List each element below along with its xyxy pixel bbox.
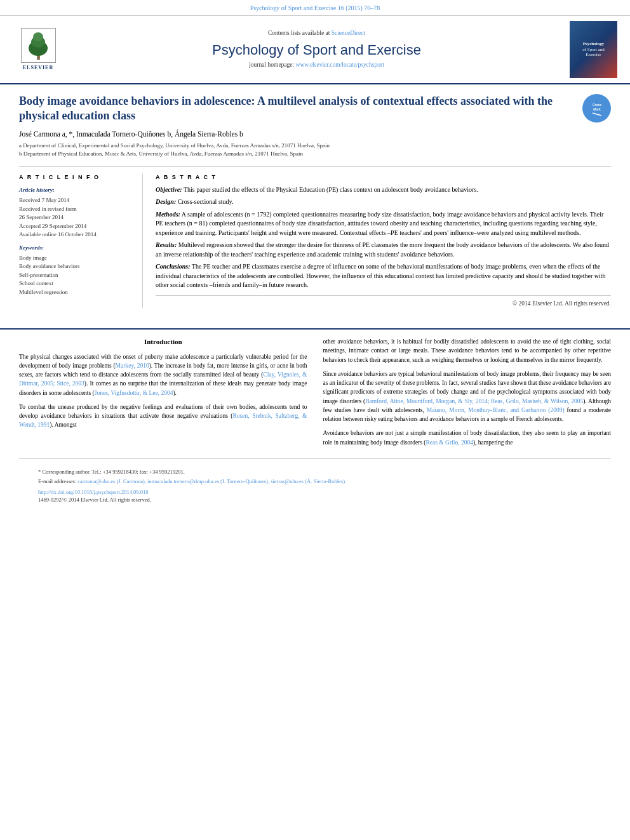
journal-citation: Psychology of Sport and Exercise 16 (201…: [250, 4, 380, 11]
keyword-3: Self-presentation: [19, 271, 133, 279]
keyword-2: Body avoidance behaviors: [19, 262, 133, 270]
design-label: Design:: [156, 198, 176, 205]
history-label: Article history:: [19, 186, 133, 194]
ref-markey[interactable]: Markey, 2010: [116, 363, 149, 369]
keyword-4: School context: [19, 279, 133, 288]
history-revised-label: Received in revised form: [19, 205, 133, 213]
abstract-design: Design: Cross-sectional study.: [156, 197, 611, 207]
contents-line: Contents lists available at ScienceDirec…: [64, 29, 570, 37]
elsevier-logo: ELSEVIER: [13, 28, 64, 71]
article-title-text: Body image avoidance behaviors in adoles…: [19, 95, 553, 122]
right-content-column: other avoidance behaviors, it is habitua…: [323, 337, 612, 452]
methods-text: A sample of adolescents (n = 1792) compl…: [156, 211, 603, 236]
history-accepted: Accepted 29 September 2014: [19, 222, 133, 230]
journal-header: ELSEVIER Contents lists available at Sci…: [0, 16, 630, 84]
email-label: E-mail addresses:: [38, 478, 76, 484]
right-paragraph-3: Avoidance behaviors are not just a simpl…: [323, 429, 612, 447]
article-body: Body image avoidance behaviors in adoles…: [0, 84, 630, 321]
svg-point-3: [33, 32, 43, 41]
journal-homepage-link[interactable]: www.elsevier.com/locate/psychsport: [296, 62, 384, 68]
footer-area: * Corresponding author. Tel.: +34 959218…: [19, 458, 611, 510]
history-received: Received 7 May 2014: [19, 196, 133, 204]
elsevier-tree-icon: [21, 28, 56, 63]
history-revised-date: 26 September 2014: [19, 213, 133, 222]
keyword-5: Multilevel regression: [19, 288, 133, 297]
results-text: Multilevel regression showed that the st…: [156, 241, 609, 258]
footnote-emails: E-mail addresses: carmona@uhu.es (J. Car…: [38, 478, 592, 486]
journal-homepage: journal homepage: www.elsevier.com/locat…: [64, 61, 570, 69]
email-values[interactable]: carmona@uhu.es (J. Carmona), inmaculada.…: [77, 478, 346, 484]
methods-label: Methods:: [156, 211, 180, 218]
abstract-conclusions: Conclusions: The PE teacher and PE class…: [156, 262, 611, 290]
section-divider: [0, 328, 630, 330]
abstract-heading: A B S T R A C T: [156, 173, 611, 182]
article-info-heading: A R T I C L E I N F O: [19, 173, 133, 182]
ref-reas-grilo[interactable]: Reas & Grilo, 2004: [426, 439, 473, 446]
footnote-star: * Corresponding author. Tel.: +34 959218…: [38, 469, 592, 476]
right-paragraph-2: Since avoidance behaviors are typical be…: [323, 370, 612, 424]
conclusions-text: The PE teacher and PE classmates exercis…: [156, 263, 606, 288]
ref-maiano[interactable]: Maïano, Morin, Monthuy-Blanc, and Garbar…: [427, 407, 565, 413]
abstract-column: A B S T R A C T Objective: This paper st…: [156, 173, 611, 308]
journal-citation-bar: Psychology of Sport and Exercise 16 (201…: [0, 0, 630, 16]
crossmark-badge[interactable]: Cross Mark: [582, 94, 611, 123]
copyright-line: © 2014 Elsevier Ltd. All rights reserved…: [156, 295, 611, 308]
footer-doi[interactable]: http://dx.doi.org/10.1016/j.psychsport.2…: [38, 489, 592, 497]
authors-text: José Carmona a, *, Inmaculada Tornero-Qu…: [19, 130, 243, 138]
article-info-column: A R T I C L E I N F O Article history: R…: [19, 173, 143, 308]
abstract-section: A B S T R A C T Objective: This paper st…: [156, 173, 611, 290]
ref-clay[interactable]: Clay, Vignoles, & Dittmar, 2005; Stice, …: [19, 371, 307, 387]
sciencedirect-link[interactable]: ScienceDirect: [332, 30, 365, 36]
journal-main-title: Psychology of Sport and Exercise: [64, 41, 570, 60]
right-paragraph-1: other avoidance behaviors, it is habitua…: [323, 337, 612, 364]
keyword-1: Body image: [19, 254, 133, 262]
conclusions-label: Conclusions:: [156, 263, 190, 270]
intro-paragraph-2: To combat the unease produced by the neg…: [19, 403, 307, 430]
ref-rosen[interactable]: Rosen, Srebnik, Saltzberg, & Wendt, 1991: [19, 413, 307, 428]
keywords-label: Keywords:: [19, 244, 133, 252]
svg-text:Mark: Mark: [593, 107, 601, 111]
intro-heading: Introduction: [19, 337, 307, 347]
article-info-abstract-section: A R T I C L E I N F O Article history: R…: [19, 166, 611, 308]
authors-line: José Carmona a, *, Inmaculada Tornero-Qu…: [19, 129, 611, 139]
affiliation-b: b Department of Physical Education, Musi…: [19, 150, 611, 159]
footer-issn: 1469-0292/© 2014 Elsevier Ltd. All right…: [38, 497, 592, 504]
abstract-objective: Objective: This paper studied the effect…: [156, 185, 611, 195]
ref-bamford[interactable]: Bamford, Attoe, Mountford, Morgan, & Sly…: [365, 398, 583, 404]
affiliation-a: a Department of Clinical, Experimental a…: [19, 142, 611, 150]
abstract-methods: Methods: A sample of adolescents (n = 17…: [156, 210, 611, 238]
intro-paragraph-1: The physical changes associated with the…: [19, 352, 307, 397]
design-text: Cross-sectional study.: [178, 198, 234, 205]
main-content: Introduction The physical changes associ…: [0, 337, 630, 452]
article-title-block: Body image avoidance behaviors in adoles…: [19, 94, 611, 124]
ref-jones[interactable]: Jones, Vigfusdottir, & Lee, 2004: [95, 390, 173, 396]
svg-text:Cross: Cross: [592, 103, 601, 107]
journal-title-block: Contents lists available at ScienceDirec…: [64, 29, 570, 69]
history-online: Available online 16 October 2014: [19, 230, 133, 239]
abstract-results: Results: Multilevel regression showed th…: [156, 241, 611, 259]
intro-column: Introduction The physical changes associ…: [19, 337, 307, 452]
objective-label: Objective:: [156, 186, 182, 193]
objective-text: This paper studied the effects of the Ph…: [184, 186, 478, 193]
results-label: Results:: [156, 241, 177, 248]
journal-cover-image: Psychology of Sport and Exercise: [570, 21, 617, 78]
affiliations: a Department of Clinical, Experimental a…: [19, 142, 611, 159]
elsevier-label: ELSEVIER: [23, 64, 53, 71]
